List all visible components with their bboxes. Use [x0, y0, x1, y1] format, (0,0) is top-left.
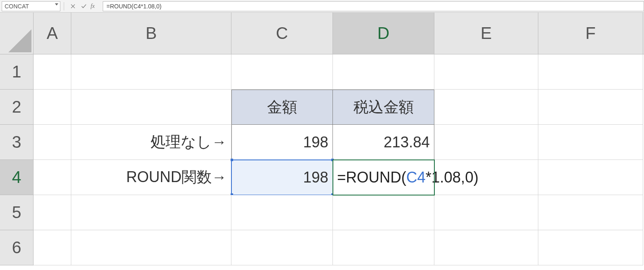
- cell-E5[interactable]: [434, 195, 538, 230]
- row-header-6[interactable]: 6: [0, 230, 34, 265]
- fx-icon: fx: [91, 3, 95, 10]
- divider: [64, 2, 64, 10]
- cell-F2[interactable]: [538, 90, 643, 125]
- col-header-D[interactable]: D: [333, 13, 434, 54]
- cell-E6[interactable]: [434, 230, 538, 265]
- formula-prefix: =ROUND(: [337, 169, 406, 186]
- cell-D3[interactable]: 213.84: [333, 125, 434, 160]
- name-box[interactable]: CONCAT: [2, 1, 60, 11]
- row-header-3[interactable]: 3: [0, 125, 34, 160]
- cell-B4[interactable]: ROUND関数→: [71, 160, 231, 195]
- cell-A3[interactable]: [34, 125, 71, 160]
- formula-input[interactable]: =ROUND(C4*1.08,0): [103, 1, 644, 11]
- cell-C5[interactable]: [231, 195, 333, 230]
- rows: 1 2 金額 税込金額 3 処理なし→ 198 213.84: [0, 54, 644, 265]
- confirm-formula-button[interactable]: [78, 1, 89, 11]
- cell-A6[interactable]: [34, 230, 71, 265]
- cell-B6[interactable]: [71, 230, 231, 265]
- cell-D1[interactable]: [333, 54, 434, 90]
- cell-F6[interactable]: [538, 230, 643, 265]
- row-2: 2 金額 税込金額: [0, 90, 644, 125]
- formula-cell-ref: C4: [406, 169, 426, 186]
- row-5: 5: [0, 195, 644, 230]
- col-header-B[interactable]: B: [71, 13, 231, 54]
- cell-F1[interactable]: [538, 54, 643, 90]
- cell-F3[interactable]: [538, 125, 643, 160]
- row-1: 1: [0, 54, 644, 90]
- formula-bar: CONCAT fx =ROUND(C4*1.08,0): [0, 0, 644, 13]
- cell-A5[interactable]: [34, 195, 71, 230]
- cell-C2[interactable]: 金額: [231, 90, 333, 125]
- cell-C3[interactable]: 198: [231, 125, 333, 160]
- cancel-formula-button[interactable]: [68, 1, 78, 11]
- cell-C4-value: 198: [303, 169, 328, 186]
- name-box-value: CONCAT: [5, 3, 29, 10]
- name-box-dropdown-icon[interactable]: [55, 3, 58, 5]
- cell-F5[interactable]: [538, 195, 643, 230]
- cell-C6[interactable]: [231, 230, 333, 265]
- cell-C4[interactable]: 198: [231, 160, 333, 195]
- check-icon: [81, 3, 87, 9]
- cell-A1[interactable]: [34, 54, 71, 90]
- formula-text: =ROUND(C4*1.08,0): [106, 3, 161, 10]
- col-header-E[interactable]: E: [434, 13, 538, 54]
- row-header-5[interactable]: 5: [0, 195, 34, 230]
- cell-D4-editing[interactable]: =ROUND(C4*1.08,0): [333, 160, 434, 195]
- cell-B2[interactable]: [71, 90, 231, 125]
- cell-B5[interactable]: [71, 195, 231, 230]
- cell-C1[interactable]: [231, 54, 333, 90]
- cell-E3[interactable]: [434, 125, 538, 160]
- cell-E1[interactable]: [434, 54, 538, 90]
- column-headers: A B C D E F: [0, 13, 644, 54]
- select-all-corner[interactable]: [0, 13, 34, 54]
- row-4: 4 ROUND関数→ 198 =ROUND(C4*1.08,0): [0, 160, 644, 195]
- cell-D2[interactable]: 税込金額: [333, 90, 434, 125]
- cell-F4[interactable]: [538, 160, 643, 195]
- formula-suffix: *1.08,0): [426, 169, 478, 186]
- cell-D6[interactable]: [333, 230, 434, 265]
- insert-function-button[interactable]: fx: [89, 1, 100, 11]
- row-6: 6: [0, 230, 644, 265]
- col-header-A[interactable]: A: [34, 13, 71, 54]
- cell-E2[interactable]: [434, 90, 538, 125]
- spreadsheet-grid: A B C D E F 1 2 金額 税込金額 3: [0, 13, 644, 270]
- cell-D5[interactable]: [333, 195, 434, 230]
- col-header-C[interactable]: C: [231, 13, 333, 54]
- row-header-4[interactable]: 4: [0, 160, 34, 195]
- x-icon: [70, 3, 76, 9]
- col-header-F[interactable]: F: [538, 13, 643, 54]
- row-3: 3 処理なし→ 198 213.84: [0, 125, 644, 160]
- cell-A4[interactable]: [34, 160, 71, 195]
- row-header-1[interactable]: 1: [0, 54, 34, 90]
- row-header-2[interactable]: 2: [0, 90, 34, 125]
- cell-B1[interactable]: [71, 54, 231, 90]
- cell-A2[interactable]: [34, 90, 71, 125]
- cell-B3[interactable]: 処理なし→: [71, 125, 231, 160]
